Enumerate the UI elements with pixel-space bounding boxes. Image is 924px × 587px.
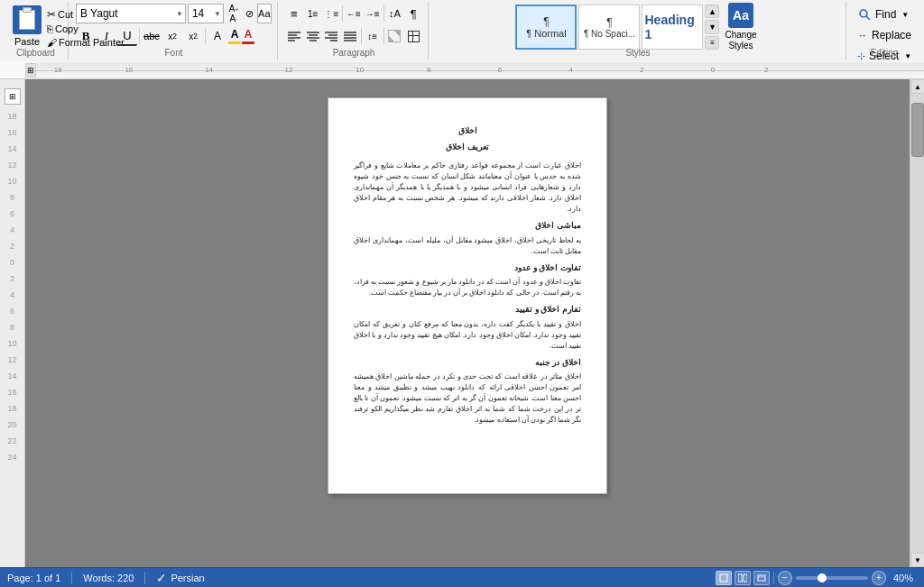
tafavot-body: تفاوت اخلاق و عدود آن است که در دانلود م…: [354, 277, 581, 298]
change-case-button[interactable]: Aa: [257, 4, 272, 23]
align-center-button[interactable]: [304, 26, 322, 46]
svg-point-16: [860, 10, 867, 17]
scroll-thumb[interactable]: [911, 103, 924, 157]
tafavot-title: تفاوت اخلاق و عدود: [354, 262, 581, 275]
clear-formatting-button[interactable]: ⊘: [244, 5, 255, 22]
document-subheading: تعریف اخلاق: [354, 142, 581, 154]
svg-rect-21: [758, 575, 765, 581]
scroll-track[interactable]: [910, 94, 924, 553]
style-heading1-item[interactable]: Heading 1: [642, 5, 703, 50]
zoom-slider-thumb[interactable]: [818, 573, 827, 582]
main-area: ⊞ 18 16 14 12 10 8 6 4 2 0 2 4 6 8 10 12…: [0, 79, 924, 567]
bold-button[interactable]: B: [76, 26, 96, 46]
print-layout-button[interactable]: [716, 571, 732, 585]
svg-rect-20: [744, 574, 747, 582]
language-indicator[interactable]: ✓ Persian: [156, 571, 204, 585]
borders-button[interactable]: [404, 26, 422, 46]
fard-title: اخلاق در جنبه: [354, 357, 581, 370]
underline-button[interactable]: U: [117, 26, 137, 46]
align-right-button[interactable]: [323, 26, 341, 46]
shrink-font-button[interactable]: A-: [226, 14, 242, 23]
zoom-out-button[interactable]: −: [778, 571, 792, 585]
text-effects-button[interactable]: A: [208, 26, 227, 46]
document-area[interactable]: اخلاق تعریف اخلاق اخلاق عبارت است از مجم…: [25, 79, 910, 567]
taqsim-body: اخلاق و تقیید با یکدیگر کفت داره، بدون م…: [354, 319, 581, 352]
line-spacing-button[interactable]: ↕≡: [364, 26, 382, 46]
styles-group: ¶ ¶ Normal ¶ ¶ No Spaci... Heading 1 ▲ ▼…: [430, 2, 846, 60]
sort-button[interactable]: ↕A: [386, 4, 404, 23]
svg-rect-19: [738, 574, 742, 582]
editing-group: Find ▼ ↔ Replace ⊹ Select ▼ Editin: [848, 2, 920, 60]
decrease-indent-button[interactable]: ←≡: [345, 4, 363, 23]
view-mode-buttons: [716, 571, 770, 585]
zoom-slider[interactable]: [796, 576, 868, 580]
fard-body: اخلاق متاثر در علاقه است که تحت حدی و تک…: [354, 371, 581, 426]
font-size-input[interactable]: [189, 7, 214, 20]
styles-scroll-buttons: ▲ ▼ ≡: [705, 5, 719, 50]
web-layout-button[interactable]: [753, 571, 770, 585]
taqsim-title: تفارم اخلاق و تقیید: [354, 304, 581, 316]
scroll-down-button[interactable]: ▼: [910, 553, 924, 567]
mabhas-title: مباشی اخلاق: [354, 220, 581, 233]
ruler-toggle-button[interactable]: ⊞: [25, 63, 36, 78]
style-normal-item[interactable]: ¶ ¶ Normal: [515, 5, 577, 50]
highlight-color-button[interactable]: A: [228, 28, 241, 44]
status-bar: Page: 1 of 1 Words: 220 ✓ Persian − + 40…: [0, 567, 924, 587]
document-heading: اخلاق: [354, 125, 581, 138]
paragraph-group: ≡ 1≡ ⋮≡ ←≡ →≡ ↕A ¶: [280, 2, 429, 60]
replace-button[interactable]: ↔ Replace: [854, 26, 915, 44]
superscript-button[interactable]: x2: [183, 26, 203, 46]
svg-line-17: [866, 16, 870, 20]
intro-body: اخلاق عبارت است از مجموعه قواعد رفتاری ح…: [354, 161, 581, 215]
ribbon: Paste ✂ Cut ⎘ Copy 🖌 Format Painter Clip…: [0, 0, 924, 61]
styles-scroll-down-button[interactable]: ▼: [705, 20, 719, 33]
align-left-button[interactable]: [285, 26, 303, 46]
increase-indent-button[interactable]: →≡: [364, 4, 382, 23]
expand-sidebar-button[interactable]: ⊞: [5, 88, 21, 105]
show-formatting-button[interactable]: ¶: [404, 4, 422, 23]
ribbon-main-row: Paste ✂ Cut ⎘ Copy 🖌 Format Painter Clip…: [0, 0, 924, 61]
find-button[interactable]: Find ▼: [854, 5, 915, 23]
bullets-button[interactable]: ≡: [285, 4, 303, 23]
page-info: Page: 1 of 1: [7, 573, 60, 583]
grow-font-button[interactable]: A+: [226, 4, 242, 14]
styles-scroll-up-button[interactable]: ▲: [705, 5, 719, 18]
change-styles-button[interactable]: Aa ChangeStyles: [721, 0, 760, 55]
strikethrough-button[interactable]: abc: [142, 26, 162, 46]
numbering-button[interactable]: 1≡: [304, 4, 322, 23]
clipboard-group: Paste ✂ Cut ⎘ Copy 🖌 Format Painter Clip…: [4, 2, 69, 60]
justify-button[interactable]: [341, 26, 359, 46]
shading-button[interactable]: [386, 26, 404, 46]
ruler-area: ⊞ 18 16 14 12 10 8 6 4 2 0 2: [0, 61, 924, 79]
style-no-spacing-item[interactable]: ¶ ¶ No Spaci...: [578, 5, 640, 50]
font-group: ▼ ▼ A+ A- ⊘ Aa B I U: [70, 2, 278, 60]
svg-rect-18: [720, 574, 727, 582]
words-info: Words: 220: [83, 573, 134, 583]
zoom-in-button[interactable]: +: [872, 571, 886, 585]
font-name-input[interactable]: [77, 7, 176, 20]
document-page[interactable]: اخلاق تعریف اخلاق اخلاق عبارت است از مجم…: [328, 97, 607, 494]
page-content: اخلاق تعریف اخلاق اخلاق عبارت است از مجم…: [354, 125, 581, 426]
vertical-scrollbar: ▲ ▼: [910, 79, 924, 567]
subscript-button[interactable]: x2: [162, 26, 182, 46]
full-reading-button[interactable]: [735, 571, 751, 585]
font-color-button[interactable]: A: [242, 28, 254, 44]
paste-button[interactable]: Paste: [9, 4, 45, 49]
scroll-up-button[interactable]: ▲: [910, 79, 924, 94]
italic-button[interactable]: I: [97, 26, 116, 46]
multilevel-list-button[interactable]: ⋮≡: [323, 4, 341, 23]
line-numbers-sidebar: ⊞ 18 16 14 12 10 8 6 4 2 0 2 4 6 8 10 12…: [0, 79, 25, 567]
ruler: 18 16 14 12 10 8 6 4 2 0 2: [36, 62, 924, 78]
mabhas-body: به لحاظ تاریخی اخلاق، اخلاق میشود مقابل …: [354, 235, 581, 257]
zoom-level: 40%: [890, 573, 917, 583]
zoom-area: − + 40%: [716, 571, 917, 585]
